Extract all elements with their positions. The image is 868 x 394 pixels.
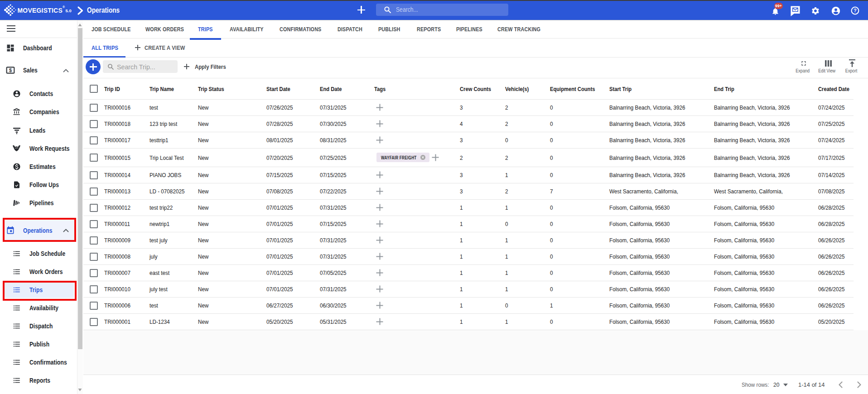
svg-text:$: $: [9, 67, 12, 73]
svg-text:?: ?: [854, 8, 857, 13]
